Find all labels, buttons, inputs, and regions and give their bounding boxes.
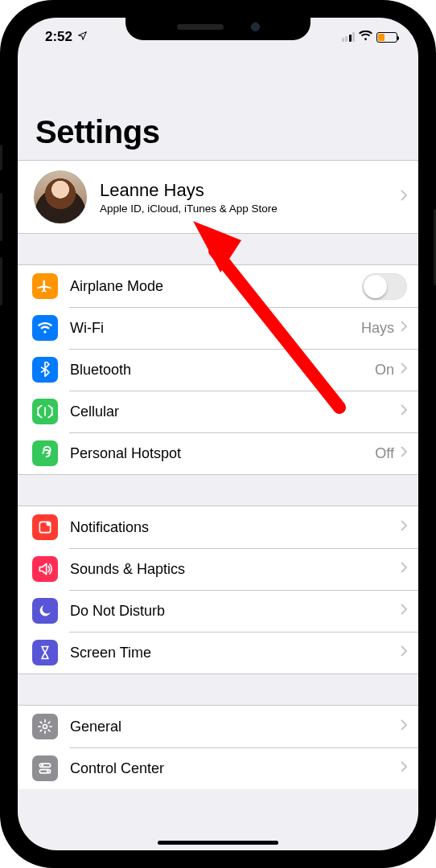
clock: 2:52 [45, 29, 72, 45]
row-label: Personal Hotspot [70, 445, 375, 462]
switches-icon [32, 755, 58, 781]
row-label: Cellular [70, 403, 401, 420]
chevron-right-icon [401, 404, 407, 419]
group-spacer [18, 234, 418, 264]
row-airplane-mode[interactable]: Airplane Mode [18, 265, 418, 307]
screen: 2:52 [18, 18, 418, 850]
status-left: 2:52 [45, 29, 88, 45]
speaker-grille [177, 24, 224, 30]
status-right [342, 29, 398, 45]
bluetooth-icon [32, 357, 58, 383]
svg-point-4 [41, 764, 43, 767]
row-label: General [70, 719, 401, 735]
profile-group: Leanne Hays Apple ID, iCloud, iTunes & A… [18, 160, 418, 234]
profile-name: Leanne Hays [100, 180, 388, 201]
page-title: Settings [18, 56, 418, 160]
row-detail: Hays [361, 320, 394, 337]
bezel: 2:52 [13, 13, 423, 855]
chevron-right-icon [401, 520, 407, 534]
notch [125, 13, 311, 40]
moon-icon [32, 598, 58, 624]
svg-point-1 [47, 522, 51, 526]
row-label: Do Not Disturb [70, 603, 401, 620]
svg-point-6 [47, 770, 49, 772]
notifications-icon [32, 514, 58, 540]
svg-point-2 [43, 725, 47, 729]
wifi-icon [32, 315, 58, 341]
row-detail: Off [375, 445, 394, 462]
chevron-right-icon [401, 761, 407, 776]
airplane-toggle[interactable] [362, 273, 407, 300]
gear-icon [32, 714, 58, 739]
row-label: Control Center [70, 760, 401, 777]
chevron-right-icon [401, 719, 407, 734]
volume-up-button [0, 193, 2, 241]
row-label: Screen Time [70, 645, 401, 661]
hotspot-icon [32, 440, 58, 466]
toggle-knob [364, 275, 387, 298]
mute-switch [0, 145, 2, 170]
chevron-right-icon [401, 190, 407, 204]
row-label: Wi-Fi [70, 320, 361, 337]
row-control-center[interactable]: Control Center [18, 747, 418, 789]
row-screen-time[interactable]: Screen Time [18, 632, 418, 674]
row-notifications[interactable]: Notifications [18, 506, 418, 548]
cellular-icon [32, 399, 58, 424]
profile-subtitle: Apple ID, iCloud, iTunes & App Store [100, 203, 388, 215]
speaker-icon [32, 556, 58, 582]
cellular-signal-icon [342, 32, 356, 42]
profile-text: Leanne Hays Apple ID, iCloud, iTunes & A… [100, 180, 388, 215]
row-do-not-disturb[interactable]: Do Not Disturb [18, 590, 418, 632]
battery-fill [378, 34, 385, 41]
row-sounds-haptics[interactable]: Sounds & Haptics [18, 548, 418, 590]
battery-icon [376, 32, 397, 43]
device-frame: 2:52 [0, 0, 436, 868]
row-bluetooth[interactable]: Bluetooth On [18, 349, 418, 391]
alerts-group: Notifications Sounds & Haptics [18, 506, 418, 674]
chevron-right-icon [401, 562, 407, 576]
settings-scroll[interactable]: Settings Leanne Hays Apple ID, iCloud, i… [18, 56, 418, 850]
airplane-icon [32, 273, 58, 299]
front-camera [251, 23, 260, 31]
hourglass-icon [32, 640, 58, 665]
row-detail: On [375, 362, 394, 379]
row-personal-hotspot[interactable]: Personal Hotspot Off [18, 432, 418, 474]
group-spacer [18, 475, 418, 506]
apple-id-row[interactable]: Leanne Hays Apple ID, iCloud, iTunes & A… [18, 161, 418, 233]
row-label: Notifications [70, 519, 401, 536]
chevron-right-icon [401, 645, 407, 660]
row-label: Sounds & Haptics [70, 561, 401, 578]
volume-down-button [0, 257, 2, 305]
location-icon [77, 29, 88, 45]
row-cellular[interactable]: Cellular [18, 391, 418, 432]
row-general[interactable]: General [18, 706, 418, 747]
row-label: Bluetooth [70, 362, 375, 379]
chevron-right-icon [401, 446, 407, 461]
row-label: Airplane Mode [70, 278, 362, 295]
avatar [34, 170, 87, 223]
chevron-right-icon [401, 362, 407, 377]
chevron-right-icon [401, 321, 407, 335]
wifi-icon [359, 29, 372, 45]
system-group: General Control Center [18, 705, 418, 789]
row-wifi[interactable]: Wi-Fi Hays [18, 307, 418, 349]
group-spacer [18, 674, 418, 705]
connectivity-group: Airplane Mode Wi-Fi Hays [18, 264, 418, 475]
home-indicator[interactable] [158, 841, 278, 845]
chevron-right-icon [401, 604, 407, 618]
